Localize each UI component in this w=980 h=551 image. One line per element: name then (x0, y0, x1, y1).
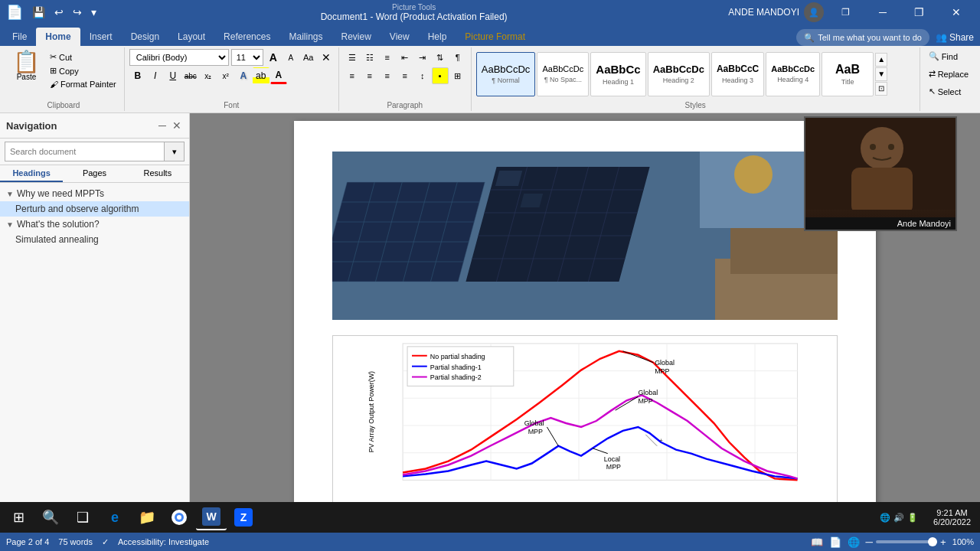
shading-btn[interactable]: ▪ (432, 67, 449, 84)
nav-close-btn[interactable]: ✕ (171, 118, 183, 133)
bullets-btn[interactable]: ☰ (344, 49, 361, 66)
clear-format-btn[interactable]: ✕ (318, 50, 334, 65)
tab-home[interactable]: Home (36, 28, 80, 46)
close-btn[interactable]: ✕ (939, 0, 974, 24)
style-normal[interactable]: AaBbCcDc ¶ Normal (476, 52, 536, 96)
expand-icon-1[interactable]: ▼ (6, 190, 14, 198)
tab-layout[interactable]: Layout (168, 28, 214, 46)
quick-access-dropdown[interactable]: ▾ (88, 5, 100, 20)
style-heading2[interactable]: AaBbCcDc Heading 2 (648, 52, 710, 96)
read-mode-btn[interactable]: 📖 (811, 536, 823, 548)
superscript-btn[interactable]: x² (217, 67, 234, 84)
web-layout-btn[interactable]: 🌐 (848, 536, 860, 548)
tab-help[interactable]: Help (419, 28, 456, 46)
search-button[interactable]: ▾ (165, 142, 185, 161)
tab-references[interactable]: References (214, 28, 279, 46)
show-hide-btn[interactable]: ¶ (449, 49, 466, 66)
borders-btn[interactable]: ⊞ (449, 67, 466, 84)
sort-btn[interactable]: ⇅ (432, 49, 449, 66)
zoom-taskbar-btn[interactable]: Z (228, 504, 259, 530)
subscript-btn[interactable]: x₂ (200, 67, 217, 84)
shrink-font-btn[interactable]: A (283, 50, 299, 65)
search-input[interactable] (5, 142, 165, 161)
minimize-btn[interactable]: ─ (865, 0, 900, 24)
highlight-btn[interactable]: ab (253, 67, 270, 84)
font-name-select[interactable]: Calibri (Body) (129, 49, 229, 66)
tell-me-input[interactable]: 🔍 Tell me what you want to do (796, 29, 929, 46)
restore-down-btn[interactable]: ❐ (828, 0, 864, 24)
tab-picture-format[interactable]: Picture Format (456, 28, 534, 46)
para-row1: ☰ ☷ ≡ ⇤ ⇥ ⇅ ¶ (344, 49, 466, 66)
heading-item-perturb-observe[interactable]: Perturb and observe algorithm (0, 201, 189, 217)
style-title-label: Title (841, 78, 854, 86)
styles-scroll-down[interactable]: ▼ (875, 67, 887, 81)
undo-btn[interactable]: ↩ (51, 5, 67, 20)
tab-insert[interactable]: Insert (80, 28, 122, 46)
redo-btn[interactable]: ↪ (70, 5, 85, 20)
explorer-btn[interactable]: 📁 (132, 504, 162, 530)
font-size-select[interactable]: 11 (231, 49, 263, 66)
word-btn[interactable]: W (196, 504, 227, 530)
expand-icon-3[interactable]: ▼ (6, 220, 14, 229)
video-name-label: Ande Mandoyi (805, 217, 956, 230)
center-btn[interactable]: ≡ (361, 67, 378, 84)
strikethrough-btn[interactable]: abc (182, 67, 199, 84)
numbering-btn[interactable]: ☷ (361, 49, 378, 66)
tab-design[interactable]: Design (122, 28, 168, 46)
save-btn[interactable]: 💾 (29, 5, 48, 20)
search-taskbar-btn[interactable]: 🔍 (35, 504, 66, 530)
tab-file[interactable]: File (3, 28, 36, 46)
italic-btn[interactable]: I (147, 67, 164, 84)
style-heading1[interactable]: AaBbCc Heading 1 (590, 52, 645, 96)
task-view-btn[interactable]: ❑ (67, 504, 98, 530)
find-button[interactable]: 🔍 Find (925, 49, 962, 64)
line-spacing-btn[interactable]: ↕ (414, 67, 431, 84)
clock[interactable]: 9:21 AM 6/20/2022 (927, 508, 977, 527)
tab-headings[interactable]: Headings (0, 165, 63, 182)
style-title[interactable]: AaB Title (822, 52, 874, 96)
share-button[interactable]: 👥 Share (936, 32, 974, 43)
heading-item-simulated-annealing[interactable]: Simulated annealing (0, 232, 189, 247)
grow-font-btn[interactable]: A (266, 50, 281, 65)
tab-view[interactable]: View (381, 28, 419, 46)
nav-pin-btn[interactable]: ─ (157, 118, 168, 133)
bold-btn[interactable]: B (129, 67, 146, 84)
increase-indent-btn[interactable]: ⇥ (414, 49, 431, 66)
paste-button[interactable]: 📋 Paste (8, 49, 45, 83)
change-case-btn[interactable]: Aa (301, 50, 316, 65)
underline-btn[interactable]: U (165, 67, 181, 84)
edge-btn[interactable]: e (100, 504, 130, 530)
tab-pages[interactable]: Pages (63, 165, 126, 182)
select-button[interactable]: ↖ Select (925, 84, 965, 99)
zoom-slider[interactable] (876, 540, 937, 543)
cut-button[interactable]: ✂ Cut (47, 51, 119, 64)
tab-mailings[interactable]: Mailings (279, 28, 332, 46)
multilevel-btn[interactable]: ≡ (379, 49, 396, 66)
styles-scroll-up[interactable]: ▲ (875, 53, 887, 67)
decrease-indent-btn[interactable]: ⇤ (397, 49, 413, 66)
print-layout-btn[interactable]: 📄 (829, 536, 841, 548)
taskbar-right: 🌐 🔊 🔋 9:21 AM 6/20/2022 (874, 508, 977, 527)
zoom-in-btn[interactable]: + (940, 536, 946, 548)
replace-button[interactable]: ⇄ Replace (925, 67, 972, 81)
styles-expand[interactable]: ⊡ (875, 82, 887, 96)
font-color-btn[interactable]: A (270, 67, 287, 84)
zoom-out-btn[interactable]: ─ (866, 536, 873, 548)
text-effects-btn[interactable]: A (235, 67, 252, 84)
solar-panel-image[interactable] (332, 152, 838, 320)
heading-item-whats-solution[interactable]: ▼ What's the solution? (0, 217, 189, 232)
style-heading4[interactable]: AaBbCcDc Heading 4 (766, 52, 820, 96)
start-button[interactable]: ⊞ (3, 504, 34, 530)
format-painter-button[interactable]: 🖌 Format Painter (47, 78, 119, 90)
copy-button[interactable]: ⊞ Copy (47, 64, 119, 77)
align-right-btn[interactable]: ≡ (379, 67, 396, 84)
maximize-btn[interactable]: ❐ (902, 0, 937, 24)
tab-review[interactable]: Review (332, 28, 380, 46)
heading-item-why-we-need-mppts[interactable]: ▼ Why we need MPPTs (0, 186, 189, 201)
style-heading3[interactable]: AaBbCcC Heading 3 (711, 52, 764, 96)
tab-results[interactable]: Results (126, 165, 189, 182)
justify-btn[interactable]: ≡ (397, 67, 413, 84)
align-left-btn[interactable]: ≡ (344, 67, 361, 84)
style-no-space[interactable]: AaBbCcDc ¶ No Spac... (537, 52, 589, 96)
chrome-btn[interactable] (164, 504, 194, 530)
